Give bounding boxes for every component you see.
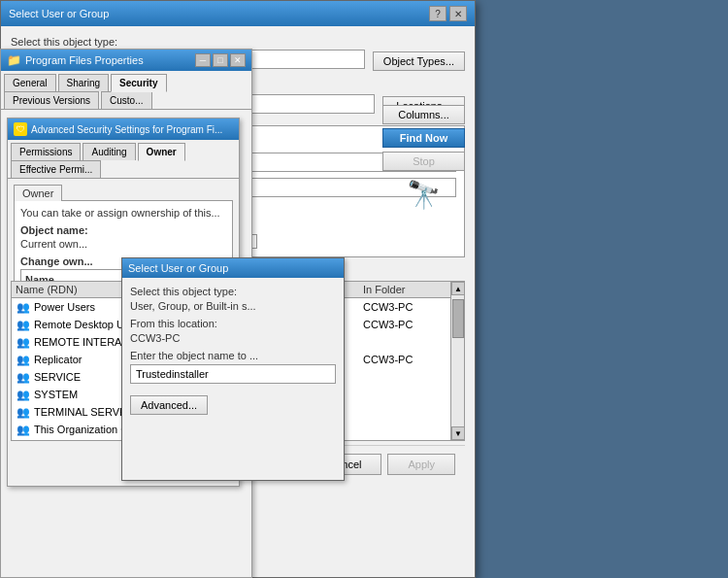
user-icon-2: 👥 [16,334,31,350]
apply-button[interactable]: Apply [387,454,455,475]
scroll-down-button[interactable]: ▼ [451,426,465,440]
tab-permissions[interactable]: Permissions [11,143,81,160]
select-user-bg-body: Select this object type: User, Group, or… [122,278,344,423]
binoculars-icon: 🔭 [407,179,441,211]
win-controls: ─ □ ✕ [195,53,246,67]
tab-effective-permissions[interactable]: Effective Permi... [11,160,101,178]
minimize-button[interactable]: ─ [195,53,211,67]
shield-icon: 🛡 [14,122,27,136]
owner-description: You can take or assign ownership of this… [20,207,226,219]
select-user-title: Select User or Group [9,8,109,19]
tab-sharing[interactable]: Sharing [58,74,109,91]
result-folder-1: CCW3-PC [363,319,460,330]
scroll-up-button[interactable]: ▲ [451,282,465,295]
tab-owner[interactable]: Owner [138,143,185,161]
dialog-controls: ? ✕ [429,6,467,21]
bg-advanced-button[interactable]: Advanced... [130,395,208,415]
user-icon-8: 👥 [16,439,31,441]
tab-bar: General Sharing Security Previous Versio… [1,71,251,110]
user-icon-0: 👥 [16,299,31,315]
search-animation-icon: 🔭 [382,175,465,214]
user-icon-4: 👥 [16,369,31,385]
object-types-button[interactable]: Object Types... [373,51,465,71]
object-type-label: Select this object type: [11,36,365,48]
select-user-bg-window: Select User or Group Select this object … [121,257,345,481]
bg-location-label: From this location: [130,318,336,329]
bg-object-input[interactable] [130,364,336,384]
result-folder-3: CCW3-PC [363,354,460,365]
object-types-btn-container: Object Types... [373,36,465,71]
program-files-title: Program Files Properties [25,54,144,66]
user-icon-7: 👥 [16,422,31,437]
owner-tab: Owner [14,185,62,201]
current-owner-label: Current own... [20,238,226,250]
bg-object-type-label: Select this object type: [130,286,336,297]
col-folder-header: In Folder [363,284,460,295]
adv-security-title-bar: 🛡 Advanced Security Settings for Program… [8,119,239,140]
scroll-track [451,295,464,426]
scroll-thumb[interactable] [452,299,464,338]
tab-customize[interactable]: Custo... [101,91,151,109]
right-buttons-panel: Columns... Find Now Stop 🔭 [382,105,465,214]
tab-security[interactable]: Security [111,74,166,92]
tab-general[interactable]: General [4,74,56,91]
find-now-button[interactable]: Find Now [382,128,465,148]
adv-title-text: 🛡 Advanced Security Settings for Program… [14,122,222,136]
user-icon-5: 👥 [16,387,31,402]
object-name-label: Object name: [20,224,226,236]
bg-location-value: CCW3-PC [130,332,336,344]
maximize-button[interactable]: □ [213,53,228,67]
result-folder-0: CCW3-PC [363,301,460,313]
program-files-title-bar: 📁 Program Files Properties ─ □ ✕ [1,50,251,71]
folder-icon: 📁 [7,53,21,67]
stop-button[interactable]: Stop [382,152,465,171]
title-text-group: 📁 Program Files Properties [7,53,144,67]
columns-button[interactable]: Columns... [382,105,465,124]
select-user-title-bar: Select User or Group ? ✕ [1,1,475,26]
bg-enter-object-label: Enter the object name to ... [130,350,336,361]
dialog-close-button[interactable]: ✕ [449,6,467,21]
user-icon-6: 👥 [16,404,31,420]
adv-security-title: Advanced Security Settings for Program F… [31,124,222,135]
bg-object-type-value: User, Group, or Built-in s... [130,300,336,312]
user-icon-3: 👥 [16,352,31,367]
tab-previous-versions[interactable]: Previous Versions [4,91,99,109]
dialog-question-button[interactable]: ? [429,6,447,21]
user-icon-1: 👥 [16,317,31,332]
select-user-bg-title: Select User or Group [122,258,344,278]
tab-auditing[interactable]: Auditing [83,143,135,160]
adv-tab-bar: Permissions Auditing Owner Effective Per… [8,140,239,179]
close-button[interactable]: ✕ [230,53,246,67]
scrollbar: ▲ ▼ [450,282,464,440]
bg-btn-row: Advanced... [130,395,336,415]
